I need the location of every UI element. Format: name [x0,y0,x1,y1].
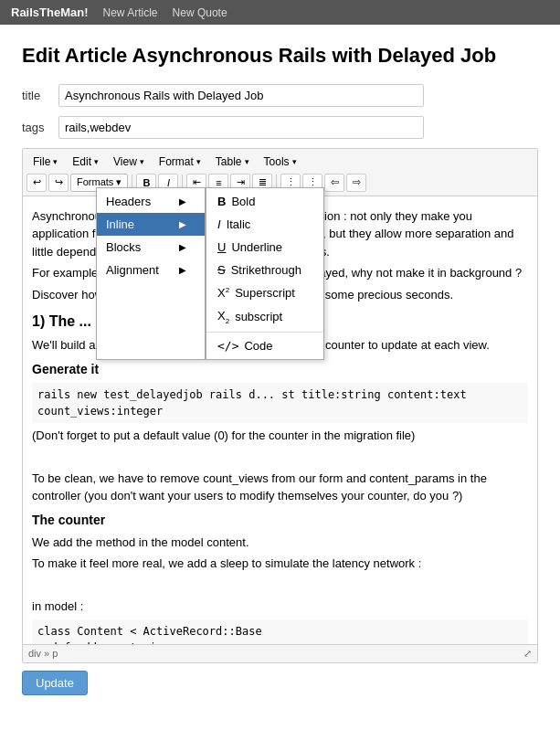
menu-table[interactable]: Table ▾ [209,153,256,171]
editor-container: File ▾ Edit ▾ View ▾ Format ▾ Table ▾ To… [22,148,538,663]
underline-icon: U [217,240,226,254]
inline-strikethrough-item[interactable]: S Strikethrough [206,259,323,281]
indent-less-button[interactable]: ⇦ [324,174,344,192]
blocks-arrow: ▶ [179,242,186,252]
tags-label: tags [22,121,58,134]
menu-view[interactable]: View ▾ [107,153,151,171]
redo-button[interactable]: ↪ [48,174,69,192]
editor-para-6: To be clean, we have to remove count_vie… [32,470,528,505]
title-input[interactable] [58,84,424,107]
editor-footer: div » p ⤢ [23,644,537,662]
resize-icon: ⤢ [523,648,532,660]
menu-tools[interactable]: Tools ▾ [258,153,303,171]
superscript-icon: X2 [217,286,229,300]
inline-underline-item[interactable]: U Underline [206,236,323,259]
breadcrumb-path: div » p [28,648,58,660]
inline-arrow: ▶ [179,219,186,229]
editor-code-2: class Content < ActiveRecord::Base def a… [32,619,528,644]
strikethrough-icon: S [217,263,226,277]
inline-code-item[interactable]: </> Code [206,334,323,357]
inline-superscript-item[interactable]: X2 Superscript [206,281,323,304]
title-label: title [22,89,58,102]
editor-para-7: We add the method in the model content. [32,534,528,552]
inline-italic-item[interactable]: I Italic [206,213,323,236]
format-blocks-item[interactable]: Blocks ▶ [97,236,205,259]
tags-input[interactable] [58,116,424,139]
format-inline-item[interactable]: Inline ▶ [97,213,205,236]
indent-more-button[interactable]: ⇨ [346,174,366,192]
tags-field-row: tags [22,116,538,139]
inline-subscript-item[interactable]: X2 subscript [206,304,323,330]
editor-para-9: in model : [32,598,528,616]
submenu-divider [206,332,323,333]
title-field-row: title [22,84,538,107]
editor-para-8: To make it feel more real, we add a slee… [32,555,528,573]
new-quote-link[interactable]: New Quote [173,6,227,19]
editor-code-1: rails new test_delayedjob rails d... st … [32,383,528,423]
dropdown-overlay: Headers ▶ Inline ▶ Blocks ▶ Alignment ▶ [96,187,324,360]
toolbar-menu-row: File ▾ Edit ▾ View ▾ Format ▾ Table ▾ To… [26,153,534,174]
format-dropdown-menu: Headers ▶ Inline ▶ Blocks ▶ Alignment ▶ [96,187,206,360]
italic-icon: I [217,217,221,231]
new-article-link[interactable]: New Article [103,6,158,19]
editor-para-5: (Don't forget to put a default value (0)… [32,427,528,445]
page-content: Edit Article Asynchronous Rails with Del… [0,25,560,730]
bold-icon: B [217,195,226,208]
inline-bold-item[interactable]: B Bold [206,190,323,213]
top-nav: RailsTheMan! New Article New Quote [0,0,560,25]
editor-heading-3: The counter [32,511,528,530]
page-title: Edit Article Asynchronous Rails with Del… [22,43,538,69]
menu-format[interactable]: Format ▾ [153,153,207,171]
menu-file[interactable]: File ▾ [26,153,64,171]
format-alignment-item[interactable]: Alignment ▶ [97,259,205,281]
undo-button[interactable]: ↩ [26,174,47,192]
brand-name: RailsTheMan! [11,5,89,19]
editor-heading-2: Generate it [32,360,528,379]
headers-arrow: ▶ [179,196,186,206]
update-button[interactable]: Update [22,671,88,695]
subscript-icon: X2 [217,309,229,325]
inline-submenu: B Bold I Italic U Underline S Strikethro… [206,187,324,360]
code-icon: </> [217,339,238,353]
alignment-arrow: ▶ [179,265,186,275]
menu-edit[interactable]: Edit ▾ [66,153,105,171]
format-headers-item[interactable]: Headers ▶ [97,190,205,213]
